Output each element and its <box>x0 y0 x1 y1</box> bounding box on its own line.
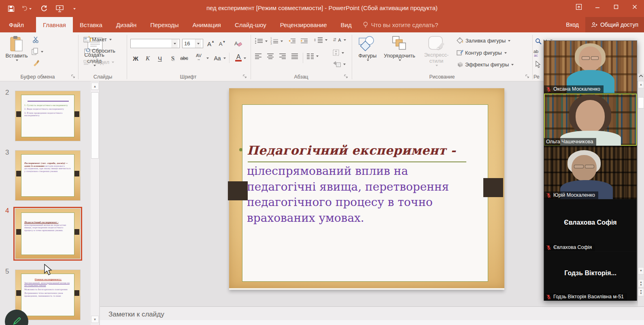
slide-thumbnail-5[interactable]: Ознаки експерименту: Запланований, цілес… <box>15 270 80 320</box>
font-name-combo[interactable] <box>130 39 180 48</box>
share-button[interactable]: Общий доступ <box>585 17 644 32</box>
main-window-scrollbar[interactable]: ▲ ▼ ▲▲ ▼▼ <box>638 74 644 306</box>
bullets-button[interactable] <box>255 38 268 44</box>
thumb2-line: 3. Етапи проведення педагогічного експер… <box>24 112 72 117</box>
justify-button[interactable] <box>291 53 298 59</box>
paste-button[interactable]: Вставить <box>5 36 28 62</box>
align-left-button[interactable] <box>255 53 261 59</box>
video-tile-4[interactable]: Євлахова Софія Євлахова Софія <box>544 200 637 251</box>
shape-effects-button[interactable]: Эффекты фигуры <box>457 62 514 68</box>
muted-mic-icon <box>546 245 551 250</box>
character-spacing-caret[interactable] <box>206 57 209 60</box>
video-conference-panel[interactable]: Оксана Москаленко Ольга Чашечникова <box>544 40 637 301</box>
shapes-button[interactable]: Фигуры <box>355 36 380 62</box>
change-case-button[interactable]: Aa <box>212 53 223 63</box>
minimize-button[interactable] <box>588 0 607 14</box>
arrange-button[interactable]: Упорядочить <box>380 36 419 62</box>
muted-mic-icon <box>546 294 551 300</box>
collapse-ribbon-icon[interactable] <box>638 74 644 79</box>
tab-home[interactable]: Главная <box>36 17 73 32</box>
clipboard-dialog-launcher[interactable] <box>71 74 76 79</box>
tab-insert[interactable]: Вставка <box>73 17 109 32</box>
increase-font-icon[interactable]: A▲ <box>206 39 216 49</box>
decrease-font-icon[interactable]: A▼ <box>217 39 227 49</box>
ribbon-display-options-icon[interactable] <box>570 0 588 14</box>
underline-button[interactable]: Ч <box>155 53 165 63</box>
align-center-button[interactable] <box>267 53 274 59</box>
tab-review[interactable]: Рецензирование <box>273 17 334 32</box>
convert-smartart-button[interactable] <box>333 61 346 67</box>
tab-design[interactable]: Дизайн <box>109 17 143 32</box>
shape-outline-button[interactable]: Контур фигуры <box>457 49 507 56</box>
font-color-button[interactable]: A <box>233 53 244 62</box>
arrange-icon <box>391 36 408 53</box>
numbering-button[interactable]: 123 <box>270 37 283 45</box>
font-color-caret[interactable] <box>244 57 246 60</box>
previous-slide-icon[interactable]: ▲▲ <box>638 279 644 287</box>
strikethrough-button[interactable]: abc <box>179 53 189 63</box>
slide-thumbnail-2[interactable]: 1. Сутність педагогічного експерименту 2… <box>15 91 80 141</box>
tell-me-box[interactable]: Что вы хотите сделать? <box>359 17 442 32</box>
close-button[interactable] <box>625 0 644 14</box>
slide-number-2: 2 <box>5 89 9 97</box>
title-bar: пед експеримент [Режим совместимости] - … <box>0 0 644 17</box>
video-tile-1[interactable]: Оксана Москаленко <box>544 41 637 93</box>
cut-button[interactable] <box>32 36 40 43</box>
arrange-label: Упорядочить <box>384 53 415 59</box>
clear-formatting-icon[interactable]: A <box>233 39 244 49</box>
slide-body-text[interactable]: цілеспрямований вплив на педагогічні яви… <box>247 164 490 226</box>
slide-heading[interactable]: Педагогічний експеримент - <box>247 143 456 157</box>
bold-button[interactable]: Ж <box>130 53 141 63</box>
scroll-up-icon[interactable]: ▲ <box>638 81 644 88</box>
sign-in-button[interactable]: Вход <box>559 21 585 28</box>
maximize-button[interactable] <box>607 0 625 14</box>
tab-transitions[interactable]: Переходы <box>143 17 185 32</box>
video-tile-2[interactable]: Ольга Чашечникова <box>544 93 637 146</box>
tab-view[interactable]: Вид <box>334 17 359 32</box>
thumbnail-scrollbar-thumb[interactable] <box>91 92 99 159</box>
next-slide-icon[interactable]: ▼▼ <box>638 288 644 296</box>
scrollbar-thumb[interactable] <box>638 97 644 108</box>
align-right-button[interactable] <box>279 53 286 59</box>
select-button[interactable] <box>535 61 541 68</box>
tab-file[interactable]: Файл <box>0 17 33 32</box>
replace-icon[interactable]: ab ас <box>533 49 538 57</box>
increase-indent-button[interactable] <box>300 38 308 44</box>
thumbnail-scroll-up-icon[interactable]: ▲ <box>91 83 99 90</box>
tab-animations[interactable]: Анимация <box>186 17 228 32</box>
shape-fill-button[interactable]: Заливка фигуры <box>457 37 510 44</box>
format-painter-button[interactable] <box>32 59 40 66</box>
text-shadow-button[interactable]: S <box>168 53 178 63</box>
slide-left-ribbon-tab-decoration <box>228 181 248 200</box>
video-tile-3[interactable]: Юрій Москаленко <box>544 146 637 199</box>
share-person-icon <box>591 22 598 28</box>
quick-styles-button[interactable]: Экспресс-стили <box>420 36 453 67</box>
window-title: пед експеримент [Режим совместимости] - … <box>0 4 644 11</box>
character-spacing-button[interactable]: AV↔ <box>193 53 204 62</box>
columns-button[interactable] <box>307 53 319 59</box>
drawing-dialog-launcher[interactable] <box>525 74 530 79</box>
reset-button[interactable]: Сбросить <box>83 48 115 54</box>
tab-slideshow[interactable]: Слайд-шоу <box>228 17 273 32</box>
text-direction-button[interactable]: ⇵A <box>333 37 346 42</box>
slide-thumbnail-3[interactable]: Експеримент (лат. спроба, досвід) — один… <box>15 151 80 200</box>
thumbnail-scroll-down-icon[interactable]: ▼ <box>91 316 99 323</box>
copy-button[interactable] <box>32 48 43 55</box>
change-case-caret[interactable] <box>223 57 226 60</box>
status-strip <box>100 320 644 325</box>
slide-thumbnail-4[interactable]: Педагогічний експеримент - цілеспрямован… <box>15 209 80 259</box>
line-spacing-button[interactable]: ⇕ <box>313 37 327 43</box>
scroll-down-icon[interactable]: ▼ <box>638 267 644 274</box>
decrease-indent-button[interactable] <box>288 38 296 44</box>
font-dialog-launcher[interactable] <box>243 74 247 79</box>
account-area: Вход Общий доступ <box>559 17 644 32</box>
section-button[interactable]: Раздел <box>83 59 114 65</box>
video-tile-5[interactable]: Годзь Вікторія... Годзь Вікторія Василів… <box>544 252 637 301</box>
thumbnail-scrollbar[interactable]: ▲ ▼ <box>91 81 99 325</box>
paragraph-dialog-launcher[interactable] <box>344 74 349 79</box>
layout-button[interactable]: Макет <box>83 36 112 42</box>
font-group-label: Шрифт <box>130 74 247 80</box>
align-text-button[interactable] <box>333 49 344 56</box>
italic-button[interactable]: К <box>142 53 153 63</box>
font-size-combo[interactable]: 16 <box>182 39 203 48</box>
